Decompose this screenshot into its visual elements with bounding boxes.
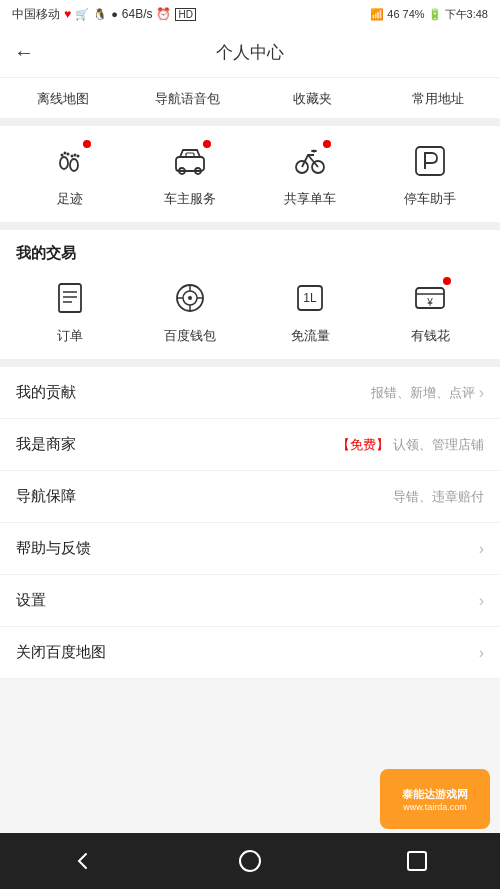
svg-rect-16 bbox=[59, 284, 81, 312]
svg-point-4 bbox=[67, 153, 70, 156]
svg-point-3 bbox=[64, 152, 67, 155]
transaction-icon-grid: 订单 百度钱包 1L bbox=[0, 275, 500, 345]
bottom-nav bbox=[0, 833, 500, 889]
svg-point-7 bbox=[77, 155, 80, 158]
bike-icon-wrapper bbox=[287, 138, 333, 184]
bike-icon bbox=[292, 143, 328, 179]
list-item-nav-guarantee[interactable]: 导航保障 导错、违章赔付 bbox=[0, 471, 500, 523]
speed-text: 64B/s bbox=[122, 7, 153, 21]
quick-nav-common-address[interactable]: 常用地址 bbox=[375, 90, 500, 108]
contribution-right-text: 报错、新增、点评 bbox=[371, 384, 475, 402]
svg-point-2 bbox=[61, 154, 64, 157]
carrier-text: 中国移动 bbox=[12, 6, 60, 23]
clock-icon: ⏰ bbox=[156, 7, 171, 21]
parking-icon bbox=[412, 143, 448, 179]
transaction-section: 我的交易 订单 bbox=[0, 230, 500, 367]
nav-guarantee-right-text: 导错、违章赔付 bbox=[393, 488, 484, 506]
svg-point-0 bbox=[60, 157, 68, 169]
list-item-merchant[interactable]: 我是商家 【免费】 认领、管理店铺 bbox=[0, 419, 500, 471]
icon-grid: 足迹 车主服务 bbox=[0, 138, 500, 208]
wallet-icon bbox=[172, 280, 208, 316]
nav-guarantee-label: 导航保障 bbox=[16, 487, 76, 506]
nav-guarantee-right: 导错、违章赔付 bbox=[393, 488, 484, 506]
close-map-label: 关闭百度地图 bbox=[16, 643, 106, 662]
help-right: › bbox=[479, 540, 484, 558]
help-chevron-icon: › bbox=[479, 540, 484, 558]
recent-nav-button[interactable] bbox=[405, 849, 429, 873]
quick-nav-voice-pack[interactable]: 导航语音包 bbox=[125, 90, 250, 108]
order-icon-wrapper bbox=[47, 275, 93, 321]
page-title: 个人中心 bbox=[216, 41, 284, 64]
icon-item-car-service[interactable]: 车主服务 bbox=[150, 138, 230, 208]
wallet-icon-wrapper bbox=[167, 275, 213, 321]
free-flow-label: 免流量 bbox=[291, 327, 330, 345]
settings-label: 设置 bbox=[16, 591, 46, 610]
list-section: 我的贡献 报错、新增、点评 › 我是商家 【免费】 认领、管理店铺 导航保障 导… bbox=[0, 367, 500, 679]
icon-item-footprint[interactable]: 足迹 bbox=[30, 138, 110, 208]
status-right: 📶 46 74% 🔋 下午3:48 bbox=[370, 7, 488, 22]
icon-item-parking[interactable]: 停车助手 bbox=[390, 138, 470, 208]
icon-item-free-flow[interactable]: 1L 免流量 bbox=[270, 275, 350, 345]
quick-nav: 离线地图 导航语音包 收藏夹 常用地址 bbox=[0, 78, 500, 126]
merchant-label: 我是商家 bbox=[16, 435, 76, 454]
quick-nav-favorites[interactable]: 收藏夹 bbox=[250, 90, 375, 108]
icon-item-shared-bike[interactable]: 共享单车 bbox=[270, 138, 350, 208]
svg-point-5 bbox=[71, 155, 74, 158]
time-text: 下午3:48 bbox=[445, 7, 488, 22]
settings-right: › bbox=[479, 592, 484, 610]
back-nav-button[interactable] bbox=[71, 849, 95, 873]
svg-rect-33 bbox=[408, 852, 426, 870]
contribution-chevron-icon: › bbox=[479, 384, 484, 402]
battery-text: 74% bbox=[403, 8, 425, 20]
footprint-icon bbox=[52, 143, 88, 179]
close-map-right: › bbox=[479, 644, 484, 662]
car-icon-wrapper bbox=[167, 138, 213, 184]
list-item-help[interactable]: 帮助与反馈 › bbox=[0, 523, 500, 575]
app-icon: ● bbox=[111, 8, 118, 20]
icon-item-wallet[interactable]: 百度钱包 bbox=[150, 275, 230, 345]
svg-point-32 bbox=[240, 851, 260, 871]
car-service-label: 车主服务 bbox=[164, 190, 216, 208]
svg-point-22 bbox=[188, 296, 192, 300]
bike-notification-dot bbox=[323, 140, 331, 148]
list-item-contribution[interactable]: 我的贡献 报错、新增、点评 › bbox=[0, 367, 500, 419]
qq-icon: 🐧 bbox=[93, 8, 107, 21]
taobao-icon: 🛒 bbox=[75, 8, 89, 21]
quick-nav-offline-map[interactable]: 离线地图 bbox=[0, 90, 125, 108]
battery-icon: 🔋 bbox=[428, 8, 442, 21]
parking-icon-wrapper bbox=[407, 138, 453, 184]
wallet-label: 百度钱包 bbox=[164, 327, 216, 345]
icon-item-money[interactable]: ¥ 有钱花 bbox=[390, 275, 470, 345]
list-item-close-map[interactable]: 关闭百度地图 › bbox=[0, 627, 500, 679]
contribution-right: 报错、新增、点评 › bbox=[371, 384, 484, 402]
contribution-label: 我的贡献 bbox=[16, 383, 76, 402]
shared-bike-label: 共享单车 bbox=[284, 190, 336, 208]
signal-text: 46 bbox=[387, 8, 399, 20]
svg-point-14 bbox=[313, 150, 316, 153]
recent-nav-icon bbox=[405, 849, 429, 873]
hd-badge: HD bbox=[175, 8, 195, 21]
order-label: 订单 bbox=[57, 327, 83, 345]
header: ← 个人中心 bbox=[0, 28, 500, 78]
money-icon-wrapper: ¥ bbox=[407, 275, 453, 321]
footprint-label: 足迹 bbox=[57, 190, 83, 208]
money-icon: ¥ bbox=[412, 280, 448, 316]
settings-chevron-icon: › bbox=[479, 592, 484, 610]
svg-point-6 bbox=[74, 154, 77, 157]
merchant-right-text: 认领、管理店铺 bbox=[393, 436, 484, 454]
money-notification-dot bbox=[443, 277, 451, 285]
footprint-notification-dot bbox=[83, 140, 91, 148]
home-nav-icon bbox=[238, 849, 262, 873]
back-button[interactable]: ← bbox=[14, 41, 34, 64]
list-item-settings[interactable]: 设置 › bbox=[0, 575, 500, 627]
car-notification-dot bbox=[203, 140, 211, 148]
icon-item-order[interactable]: 订单 bbox=[30, 275, 110, 345]
merchant-right: 【免费】 认领、管理店铺 bbox=[337, 436, 484, 454]
icon-section: 足迹 车主服务 bbox=[0, 126, 500, 230]
home-nav-button[interactable] bbox=[238, 849, 262, 873]
wifi-icon: 📶 bbox=[370, 8, 384, 21]
transaction-section-header: 我的交易 bbox=[0, 230, 500, 275]
svg-text:¥: ¥ bbox=[426, 297, 433, 308]
status-bar: 中国移动 ♥ 🛒 🐧 ● 64B/s ⏰ HD 📶 46 74% 🔋 下午3:4… bbox=[0, 0, 500, 28]
car-icon bbox=[172, 143, 208, 179]
